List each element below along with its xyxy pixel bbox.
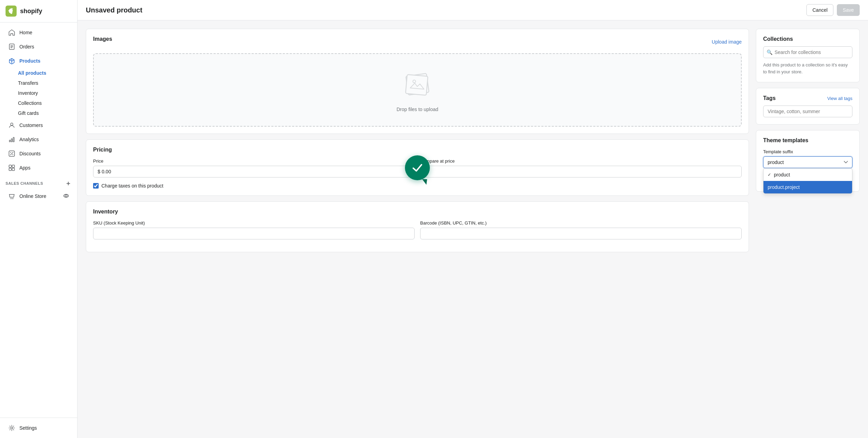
svg-rect-3	[9, 140, 10, 142]
collections-search-input[interactable]	[763, 46, 852, 58]
barcode-input[interactable]	[420, 228, 742, 239]
pricing-title: Pricing	[93, 147, 742, 153]
sidebar-item-collections[interactable]: Collections	[18, 98, 74, 108]
images-header: Images Upload image	[93, 36, 742, 48]
svg-rect-8	[12, 165, 15, 167]
products-submenu: All products Transfers Inventory Collect…	[0, 68, 77, 118]
products-icon	[8, 57, 15, 64]
sidebar-item-all-products[interactable]: All products	[18, 68, 74, 78]
view-all-tags-link[interactable]: View all tags	[827, 96, 852, 101]
tags-input[interactable]	[763, 106, 852, 117]
template-option-product-label: product	[774, 172, 790, 177]
charge-taxes-checkbox[interactable]	[93, 183, 99, 189]
template-option-product-project-label: product.project	[768, 184, 800, 190]
logo-text: shopify	[20, 8, 42, 15]
price-input[interactable]	[93, 166, 415, 177]
sku-label: SKU (Stock Keeping Unit)	[93, 220, 415, 226]
sidebar-item-settings-label: Settings	[19, 425, 37, 431]
content-area: Images Upload image	[78, 20, 868, 438]
svg-rect-9	[9, 168, 11, 171]
upload-image-link[interactable]: Upload image	[712, 39, 742, 45]
template-suffix-select-trigger[interactable]: product	[763, 156, 852, 168]
analytics-icon	[8, 136, 15, 143]
sku-input[interactable]	[93, 228, 415, 239]
online-store-icon	[8, 193, 15, 200]
template-suffix-value: product	[768, 159, 784, 165]
template-suffix-dropdown-container: product ✓ product product.project	[763, 156, 852, 168]
template-suffix-dropdown-menu: ✓ product product.project	[763, 168, 852, 194]
sku-field: SKU (Stock Keeping Unit)	[93, 220, 415, 239]
svg-point-15	[11, 427, 13, 429]
sidebar-item-gift-cards[interactable]: Gift cards	[18, 108, 74, 118]
sidebar-item-online-store[interactable]: Online Store	[3, 189, 74, 203]
chevron-down-icon	[844, 161, 848, 164]
sidebar-item-home-label: Home	[19, 30, 32, 35]
collections-card: Collections 🔍 Add this product to a coll…	[756, 29, 860, 82]
svg-rect-10	[12, 168, 15, 171]
collections-title: Collections	[763, 36, 852, 42]
svg-rect-17	[406, 74, 428, 95]
sidebar-item-customers-label: Customers	[19, 122, 43, 128]
tags-header: Tags View all tags	[763, 95, 852, 101]
sidebar-item-orders-label: Orders	[19, 44, 34, 49]
template-option-product-project[interactable]: product.project	[763, 181, 852, 193]
sidebar-item-apps-label: Apps	[19, 165, 30, 171]
sidebar-item-analytics-label: Analytics	[19, 137, 39, 142]
sidebar-item-apps[interactable]: Apps	[3, 161, 74, 175]
cancel-button[interactable]: Cancel	[806, 4, 833, 16]
inventory-card: Inventory SKU (Stock Keeping Unit) Barco…	[86, 201, 749, 252]
sales-channels-section: SALES CHANNELS ＋	[0, 175, 77, 189]
images-title: Images	[93, 36, 112, 42]
tags-title: Tags	[763, 95, 776, 101]
collections-search-wrap: 🔍	[763, 46, 852, 58]
images-card: Images Upload image	[86, 29, 749, 134]
charge-taxes-label[interactable]: Charge taxes on this product	[101, 183, 163, 189]
barcode-label: Barcode (ISBN, UPC, GTIN, etc.)	[420, 220, 742, 226]
page-title: Unsaved product	[86, 6, 142, 14]
inventory-row: SKU (Stock Keeping Unit) Barcode (ISBN, …	[93, 220, 742, 239]
pricing-row: Price Compare at price	[93, 158, 742, 177]
shopify-logo-icon	[6, 6, 17, 17]
svg-rect-7	[9, 165, 11, 167]
collections-hint: Add this product to a collection so it's…	[763, 62, 852, 75]
drop-zone[interactable]: Drop files to upload	[93, 53, 742, 127]
theme-templates-card: Theme templates Template suffix product …	[756, 130, 860, 192]
price-label: Price	[93, 158, 415, 164]
online-store-view-icon[interactable]	[63, 193, 69, 200]
sidebar-item-customers[interactable]: Customers	[3, 118, 74, 132]
charge-taxes-row: Charge taxes on this product	[93, 183, 742, 189]
sidebar-item-analytics[interactable]: Analytics	[3, 133, 74, 146]
svg-point-13	[65, 195, 67, 197]
home-icon	[8, 29, 15, 36]
sidebar-footer: Settings	[0, 418, 77, 438]
sidebar-item-transfers[interactable]: Transfers	[18, 78, 74, 88]
orders-icon	[8, 43, 15, 50]
compare-price-input[interactable]	[420, 166, 742, 177]
template-option-product[interactable]: ✓ product	[763, 168, 852, 181]
svg-rect-5	[13, 137, 14, 142]
sales-channels-label: SALES CHANNELS	[6, 181, 43, 185]
sidebar-item-settings[interactable]: Settings	[3, 421, 74, 435]
top-bar-actions: Cancel Save	[806, 4, 860, 16]
main-nav: Home Orders Products All products Transf…	[0, 22, 77, 418]
image-placeholder-icon	[397, 68, 438, 102]
add-sales-channel-icon[interactable]: ＋	[65, 179, 72, 188]
pricing-card: Pricing Price Compare at price C	[86, 139, 749, 196]
main-column: Images Upload image	[86, 29, 749, 430]
svg-point-12	[12, 198, 13, 199]
collections-search-icon: 🔍	[767, 49, 772, 55]
sidebar-item-discounts[interactable]: Discounts	[3, 147, 74, 161]
apps-icon	[8, 164, 15, 171]
drop-zone-text: Drop files to upload	[397, 107, 438, 112]
customers-icon	[8, 122, 15, 129]
sidebar-item-products[interactable]: Products	[3, 54, 74, 68]
svg-point-11	[11, 198, 12, 199]
save-button[interactable]: Save	[837, 4, 860, 16]
sidebar-item-home[interactable]: Home	[3, 26, 74, 39]
sidebar-item-discounts-label: Discounts	[19, 151, 40, 156]
sidebar-item-inventory[interactable]: Inventory	[18, 88, 74, 98]
sidebar: shopify Home Orders Pr	[0, 0, 78, 438]
sidebar-item-orders[interactable]: Orders	[3, 40, 74, 54]
svg-rect-4	[11, 139, 12, 142]
inventory-title: Inventory	[93, 209, 742, 215]
